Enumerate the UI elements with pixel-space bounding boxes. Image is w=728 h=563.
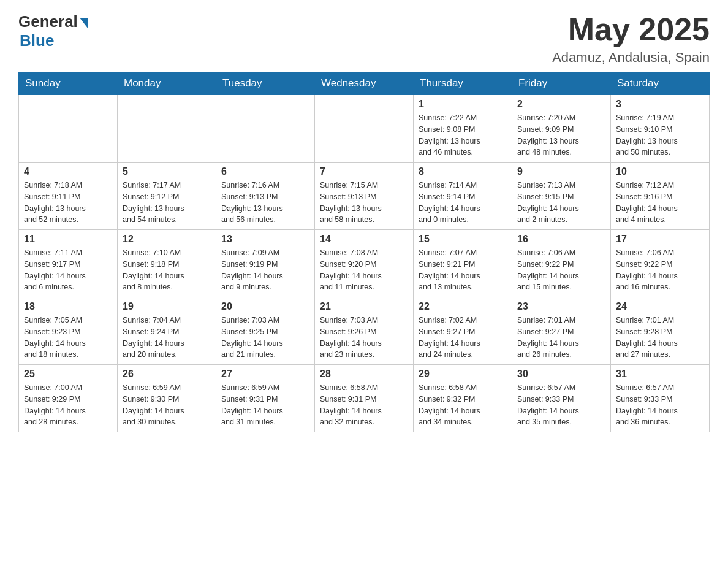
day-info: Sunrise: 7:03 AM Sunset: 9:26 PM Dayligh… xyxy=(320,315,408,361)
calendar-cell xyxy=(315,95,414,163)
day-info: Sunrise: 7:01 AM Sunset: 9:27 PM Dayligh… xyxy=(517,315,605,361)
day-number: 18 xyxy=(24,301,112,312)
calendar-cell: 6Sunrise: 7:16 AM Sunset: 9:13 PM Daylig… xyxy=(216,163,315,230)
day-info: Sunrise: 6:59 AM Sunset: 9:30 PM Dayligh… xyxy=(123,382,211,428)
day-info: Sunrise: 7:13 AM Sunset: 9:15 PM Dayligh… xyxy=(517,180,605,226)
weekday-header-monday: Monday xyxy=(118,72,216,95)
logo-arrow-icon xyxy=(80,18,88,29)
day-info: Sunrise: 6:58 AM Sunset: 9:32 PM Dayligh… xyxy=(419,382,507,428)
day-info: Sunrise: 7:17 AM Sunset: 9:12 PM Dayligh… xyxy=(123,180,211,226)
calendar-cell: 23Sunrise: 7:01 AM Sunset: 9:27 PM Dayli… xyxy=(512,297,611,365)
week-row-2: 4Sunrise: 7:18 AM Sunset: 9:11 PM Daylig… xyxy=(19,163,710,230)
calendar-cell: 18Sunrise: 7:05 AM Sunset: 9:23 PM Dayli… xyxy=(19,297,118,365)
day-number: 26 xyxy=(123,369,211,380)
day-number: 4 xyxy=(24,166,112,177)
day-number: 25 xyxy=(24,369,112,380)
weekday-header-saturday: Saturday xyxy=(611,72,710,95)
day-number: 29 xyxy=(419,369,507,380)
day-number: 7 xyxy=(320,166,408,177)
title-block: May 2025 Adamuz, Andalusia, Spain xyxy=(552,12,710,66)
day-info: Sunrise: 7:08 AM Sunset: 9:20 PM Dayligh… xyxy=(320,247,408,293)
weekday-header-row: SundayMondayTuesdayWednesdayThursdayFrid… xyxy=(19,72,710,95)
calendar-cell: 7Sunrise: 7:15 AM Sunset: 9:13 PM Daylig… xyxy=(315,163,414,230)
day-number: 11 xyxy=(24,234,112,245)
day-number: 20 xyxy=(221,301,309,312)
calendar-cell: 20Sunrise: 7:03 AM Sunset: 9:25 PM Dayli… xyxy=(216,297,315,365)
calendar-cell: 17Sunrise: 7:06 AM Sunset: 9:22 PM Dayli… xyxy=(611,230,710,297)
calendar-cell: 27Sunrise: 6:59 AM Sunset: 9:31 PM Dayli… xyxy=(216,365,315,432)
day-info: Sunrise: 7:18 AM Sunset: 9:11 PM Dayligh… xyxy=(24,180,112,226)
location-subtitle: Adamuz, Andalusia, Spain xyxy=(552,50,710,66)
day-info: Sunrise: 6:58 AM Sunset: 9:31 PM Dayligh… xyxy=(320,382,408,428)
calendar-cell: 1Sunrise: 7:22 AM Sunset: 9:08 PM Daylig… xyxy=(414,95,512,163)
day-info: Sunrise: 7:12 AM Sunset: 9:16 PM Dayligh… xyxy=(616,180,704,226)
calendar-cell: 5Sunrise: 7:17 AM Sunset: 9:12 PM Daylig… xyxy=(118,163,216,230)
calendar-cell: 8Sunrise: 7:14 AM Sunset: 9:14 PM Daylig… xyxy=(414,163,512,230)
logo-general-text: General xyxy=(18,12,78,31)
calendar-cell: 2Sunrise: 7:20 AM Sunset: 9:09 PM Daylig… xyxy=(512,95,611,163)
calendar-cell: 21Sunrise: 7:03 AM Sunset: 9:26 PM Dayli… xyxy=(315,297,414,365)
calendar-cell: 9Sunrise: 7:13 AM Sunset: 9:15 PM Daylig… xyxy=(512,163,611,230)
calendar-cell xyxy=(118,95,216,163)
day-info: Sunrise: 7:09 AM Sunset: 9:19 PM Dayligh… xyxy=(221,247,309,293)
day-info: Sunrise: 7:15 AM Sunset: 9:13 PM Dayligh… xyxy=(320,180,408,226)
day-number: 19 xyxy=(123,301,211,312)
day-number: 2 xyxy=(517,99,605,110)
day-number: 6 xyxy=(221,166,309,177)
calendar-cell: 11Sunrise: 7:11 AM Sunset: 9:17 PM Dayli… xyxy=(19,230,118,297)
calendar-cell: 28Sunrise: 6:58 AM Sunset: 9:31 PM Dayli… xyxy=(315,365,414,432)
calendar-cell: 13Sunrise: 7:09 AM Sunset: 9:19 PM Dayli… xyxy=(216,230,315,297)
calendar-cell: 12Sunrise: 7:10 AM Sunset: 9:18 PM Dayli… xyxy=(118,230,216,297)
day-number: 10 xyxy=(616,166,704,177)
logo-blue-text: Blue xyxy=(20,31,54,50)
week-row-4: 18Sunrise: 7:05 AM Sunset: 9:23 PM Dayli… xyxy=(19,297,710,365)
day-info: Sunrise: 7:16 AM Sunset: 9:13 PM Dayligh… xyxy=(221,180,309,226)
calendar-cell: 3Sunrise: 7:19 AM Sunset: 9:10 PM Daylig… xyxy=(611,95,710,163)
day-info: Sunrise: 7:06 AM Sunset: 9:22 PM Dayligh… xyxy=(517,247,605,293)
page-header: General Blue May 2025 Adamuz, Andalusia,… xyxy=(18,12,710,66)
week-row-3: 11Sunrise: 7:11 AM Sunset: 9:17 PM Dayli… xyxy=(19,230,710,297)
day-number: 31 xyxy=(616,369,704,380)
weekday-header-friday: Friday xyxy=(512,72,611,95)
day-info: Sunrise: 7:20 AM Sunset: 9:09 PM Dayligh… xyxy=(517,112,605,158)
day-number: 12 xyxy=(123,234,211,245)
weekday-header-thursday: Thursday xyxy=(414,72,512,95)
day-info: Sunrise: 6:59 AM Sunset: 9:31 PM Dayligh… xyxy=(221,382,309,428)
day-number: 16 xyxy=(517,234,605,245)
day-number: 8 xyxy=(419,166,507,177)
day-info: Sunrise: 6:57 AM Sunset: 9:33 PM Dayligh… xyxy=(616,382,704,428)
day-info: Sunrise: 7:14 AM Sunset: 9:14 PM Dayligh… xyxy=(419,180,507,226)
calendar-table: SundayMondayTuesdayWednesdayThursdayFrid… xyxy=(18,72,710,432)
day-number: 14 xyxy=(320,234,408,245)
day-number: 15 xyxy=(419,234,507,245)
month-title: May 2025 xyxy=(552,12,710,47)
weekday-header-sunday: Sunday xyxy=(19,72,118,95)
day-info: Sunrise: 7:06 AM Sunset: 9:22 PM Dayligh… xyxy=(616,247,704,293)
day-info: Sunrise: 7:07 AM Sunset: 9:21 PM Dayligh… xyxy=(419,247,507,293)
day-info: Sunrise: 7:04 AM Sunset: 9:24 PM Dayligh… xyxy=(123,315,211,361)
day-number: 27 xyxy=(221,369,309,380)
weekday-header-tuesday: Tuesday xyxy=(216,72,315,95)
day-number: 24 xyxy=(616,301,704,312)
day-number: 13 xyxy=(221,234,309,245)
day-number: 21 xyxy=(320,301,408,312)
day-number: 28 xyxy=(320,369,408,380)
weekday-header-wednesday: Wednesday xyxy=(315,72,414,95)
day-info: Sunrise: 7:19 AM Sunset: 9:10 PM Dayligh… xyxy=(616,112,704,158)
calendar-cell: 25Sunrise: 7:00 AM Sunset: 9:29 PM Dayli… xyxy=(19,365,118,432)
day-info: Sunrise: 7:03 AM Sunset: 9:25 PM Dayligh… xyxy=(221,315,309,361)
calendar-cell: 31Sunrise: 6:57 AM Sunset: 9:33 PM Dayli… xyxy=(611,365,710,432)
calendar-cell xyxy=(216,95,315,163)
calendar-cell: 26Sunrise: 6:59 AM Sunset: 9:30 PM Dayli… xyxy=(118,365,216,432)
day-number: 5 xyxy=(123,166,211,177)
calendar-cell: 30Sunrise: 6:57 AM Sunset: 9:33 PM Dayli… xyxy=(512,365,611,432)
day-info: Sunrise: 7:01 AM Sunset: 9:28 PM Dayligh… xyxy=(616,315,704,361)
logo: General Blue xyxy=(18,12,88,50)
day-info: Sunrise: 7:02 AM Sunset: 9:27 PM Dayligh… xyxy=(419,315,507,361)
calendar-cell: 4Sunrise: 7:18 AM Sunset: 9:11 PM Daylig… xyxy=(19,163,118,230)
day-number: 3 xyxy=(616,99,704,110)
calendar-cell: 22Sunrise: 7:02 AM Sunset: 9:27 PM Dayli… xyxy=(414,297,512,365)
day-number: 1 xyxy=(419,99,507,110)
day-info: Sunrise: 7:22 AM Sunset: 9:08 PM Dayligh… xyxy=(419,112,507,158)
day-info: Sunrise: 7:10 AM Sunset: 9:18 PM Dayligh… xyxy=(123,247,211,293)
